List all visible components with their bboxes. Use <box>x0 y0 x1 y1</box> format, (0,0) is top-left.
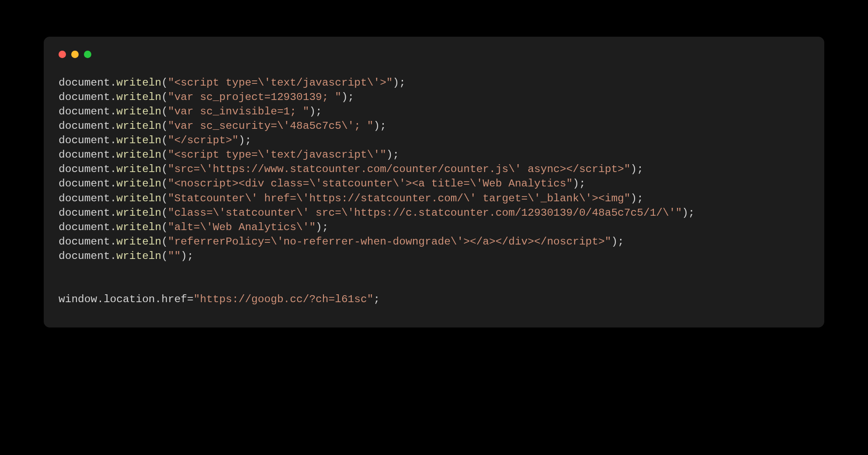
code-window: document.writeln("<script type=\'text/ja… <box>44 37 824 327</box>
minimize-icon[interactable] <box>71 51 79 58</box>
window-controls <box>59 51 809 58</box>
zoom-icon[interactable] <box>84 51 91 58</box>
code-block: document.writeln("<script type=\'text/ja… <box>59 76 809 307</box>
close-icon[interactable] <box>59 51 66 58</box>
